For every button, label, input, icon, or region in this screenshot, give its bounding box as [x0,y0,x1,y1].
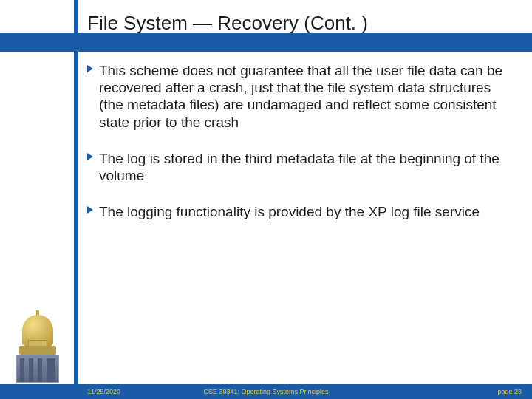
vertical-accent-bar [74,0,78,399]
content-area: This scheme does not guarantee that all … [87,62,508,239]
bullet-marker-icon [87,153,93,160]
title-background [0,33,532,52]
footer-course: CSE 30341: Operating Systems Principles [203,388,328,395]
bullet-marker-icon [87,206,93,214]
bullet-text: This scheme does not guarantee that all … [99,63,502,130]
bullet-item: The logging functionality is provided by… [87,203,508,220]
bullet-text: The log is stored in the third metadata … [99,151,499,183]
bullet-item: This scheme does not guarantee that all … [87,62,508,131]
university-dome-logo [12,316,64,383]
bullet-text: The logging functionality is provided by… [99,204,480,219]
slide-title: File System — Recovery (Cont. ) [87,12,368,35]
footer-page: page 28 [497,388,522,395]
bullet-item: The log is stored in the third metadata … [87,150,508,184]
footer-bar: 11/25/2020 CSE 30341: Operating Systems … [0,384,532,399]
bullet-marker-icon [87,65,93,72]
footer-date: 11/25/2020 [87,388,120,395]
title-band: File System — Recovery (Cont. ) [0,9,532,50]
